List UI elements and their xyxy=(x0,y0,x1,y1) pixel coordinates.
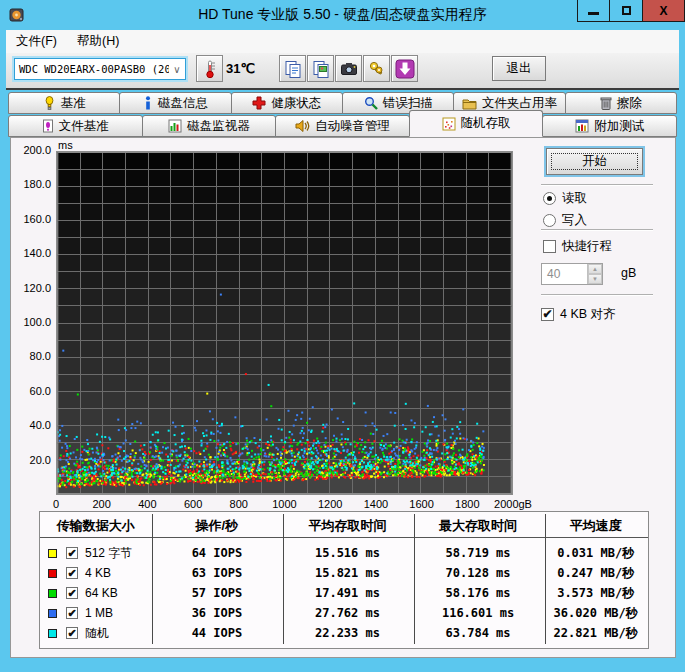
folder-icon xyxy=(462,97,477,110)
short-stroke-checkbox[interactable]: ✔ xyxy=(543,240,556,253)
tab-label: 自动噪音管理 xyxy=(315,118,390,135)
menu-file[interactable]: 文件(F) xyxy=(6,30,67,53)
ops-value: 36 IOPS xyxy=(152,606,283,620)
tab-extra-tests[interactable]: 附加测试 xyxy=(542,115,677,137)
thermometer-icon xyxy=(201,59,219,79)
drive-selector[interactable]: WDC WD20EARX-00PASB0 (2000 gB) ∨ xyxy=(14,58,186,80)
update-check-button[interactable] xyxy=(391,55,418,82)
tab-row-2: 文件基准 磁盘监视器 自动噪音管理 xyxy=(8,114,676,137)
tab-file-benchmark[interactable]: 文件基准 xyxy=(8,115,143,137)
tab-health[interactable]: 健康状态 xyxy=(231,92,343,114)
table-header: 传输数据大小 操作/秒 平均存取时间 最大存取时间 平均速度 xyxy=(40,514,648,538)
trash-icon xyxy=(600,96,612,110)
app-window: HD Tune 专业版 5.50 - 硬盘/固态硬盘实用程序 X 文件(F) 帮… xyxy=(0,0,685,672)
max-access-value: 116.601 ms xyxy=(413,606,544,620)
ops-value: 44 IOPS xyxy=(152,626,283,640)
exit-button[interactable]: 退出 xyxy=(492,56,546,81)
y-axis-tick-label: 60.0 xyxy=(11,385,51,397)
toolbar: WDC WD20EARX-00PASB0 (2000 gB) ∨ 31℃ xyxy=(6,53,679,90)
temperature-button[interactable] xyxy=(196,55,223,82)
screenshot-button[interactable] xyxy=(335,55,362,82)
titlebar: HD Tune 专业版 5.50 - 硬盘/固态硬盘实用程序 X xyxy=(0,0,685,30)
series-checkbox[interactable]: ✔ xyxy=(66,627,78,639)
read-label: 读取 xyxy=(562,190,587,207)
align-4kb-checkbox[interactable]: ✔ xyxy=(541,308,554,321)
copy-image-button[interactable] xyxy=(307,55,334,82)
x-axis-tick-label: 0 xyxy=(33,498,79,510)
tab-row-1: 基准 磁盘信息 健康状态 错误扫描 xyxy=(8,91,676,114)
short-stroke-value: 40 xyxy=(542,264,587,284)
avg-access-value: 17.491 ms xyxy=(282,586,413,600)
menu-help[interactable]: 帮助(H) xyxy=(67,30,129,53)
download-arrow-icon xyxy=(395,59,415,79)
tab-erase[interactable]: 擦除 xyxy=(565,92,677,114)
series-color-swatch xyxy=(48,569,57,578)
series-label: 1 MB xyxy=(85,606,113,620)
spinner-down-icon[interactable]: ▼ xyxy=(588,274,602,284)
y-axis-tick-label: 40.0 xyxy=(11,419,51,431)
x-axis-tick-label: 600 xyxy=(170,498,216,510)
series-checkbox[interactable]: ✔ xyxy=(66,607,78,619)
series-color-swatch xyxy=(48,629,57,638)
header-avg-speed: 平均速度 xyxy=(543,514,648,537)
x-axis-tick-label: 400 xyxy=(124,498,170,510)
x-axis-tick-label: 1200 xyxy=(307,498,353,510)
short-stroke-unit: gB xyxy=(621,266,636,280)
table-row: ✔ 512 字节 64 IOPS 15.516 ms 58.719 ms 0.0… xyxy=(40,543,648,563)
separator xyxy=(541,184,653,186)
series-label: 4 KB xyxy=(85,566,111,580)
write-radio-row: 写入 xyxy=(543,212,587,229)
series-label: 512 字节 xyxy=(85,545,132,562)
series-color-swatch xyxy=(48,589,57,598)
tab-disk-info[interactable]: 磁盘信息 xyxy=(119,92,231,114)
avg-speed-value: 22.821 MB/秒 xyxy=(543,625,648,642)
tab-benchmark[interactable]: 基准 xyxy=(8,92,120,114)
series-checkbox[interactable]: ✔ xyxy=(66,587,78,599)
y-axis-tick-label: 100.0 xyxy=(11,316,51,328)
separator xyxy=(541,294,653,296)
tab-label: 磁盘监视器 xyxy=(187,118,250,135)
x-axis-tick-label: 1000 xyxy=(262,498,308,510)
health-cross-icon xyxy=(252,96,266,110)
minimize-icon xyxy=(588,12,599,15)
short-stroke-spinner[interactable]: 40 ▲ ▼ xyxy=(541,263,603,285)
series-checkbox[interactable]: ✔ xyxy=(66,567,78,579)
minimize-button[interactable] xyxy=(577,0,610,22)
separator xyxy=(541,229,653,231)
drive-selector-value: WDC WD20EARX-00PASB0 (2000 gB) xyxy=(15,63,169,75)
keys-icon xyxy=(368,60,386,78)
read-radio[interactable] xyxy=(543,192,556,205)
tab-label: 擦除 xyxy=(617,95,642,112)
copy-text-button[interactable] xyxy=(279,55,306,82)
tab-disk-monitor[interactable]: 磁盘监视器 xyxy=(142,115,277,137)
align-row: ✔ 4 KB 对齐 xyxy=(541,306,616,323)
tab-aam[interactable]: 自动噪音管理 xyxy=(275,115,410,137)
ops-value: 64 IOPS xyxy=(152,546,283,560)
registration-button[interactable] xyxy=(363,55,390,82)
align-label: 4 KB 对齐 xyxy=(560,306,616,323)
spinner-up-icon[interactable]: ▲ xyxy=(588,264,602,274)
copy-image-icon xyxy=(312,60,330,78)
maximize-button[interactable] xyxy=(610,0,643,22)
close-button[interactable]: X xyxy=(643,0,685,22)
avg-speed-value: 0.031 MB/秒 xyxy=(543,545,648,562)
y-axis-tick-label: 20.0 xyxy=(11,454,51,466)
start-label: 开始 xyxy=(582,153,607,170)
close-icon: X xyxy=(659,4,667,18)
chevron-down-icon: ∨ xyxy=(169,64,185,75)
tab-label: 磁盘信息 xyxy=(158,95,208,112)
series-checkbox[interactable]: ✔ xyxy=(66,547,78,559)
x-axis-tick-label: 2000gB xyxy=(490,498,536,510)
random-access-chart xyxy=(56,151,513,495)
table-row: ✔ 64 KB 57 IOPS 17.491 ms 58.176 ms 3.57… xyxy=(40,583,648,603)
start-button[interactable]: 开始 xyxy=(546,148,643,175)
header-max-access: 最大存取时间 xyxy=(413,514,544,537)
extra-tests-icon xyxy=(575,119,589,133)
write-label: 写入 xyxy=(562,212,587,229)
header-transfer-size: 传输数据大小 xyxy=(40,514,152,537)
avg-access-value: 22.233 ms xyxy=(282,626,413,640)
magnifier-icon xyxy=(364,96,378,110)
write-radio[interactable] xyxy=(543,214,556,227)
tab-random-access[interactable]: 随机存取 xyxy=(409,110,544,137)
tab-label: 随机存取 xyxy=(461,115,511,132)
